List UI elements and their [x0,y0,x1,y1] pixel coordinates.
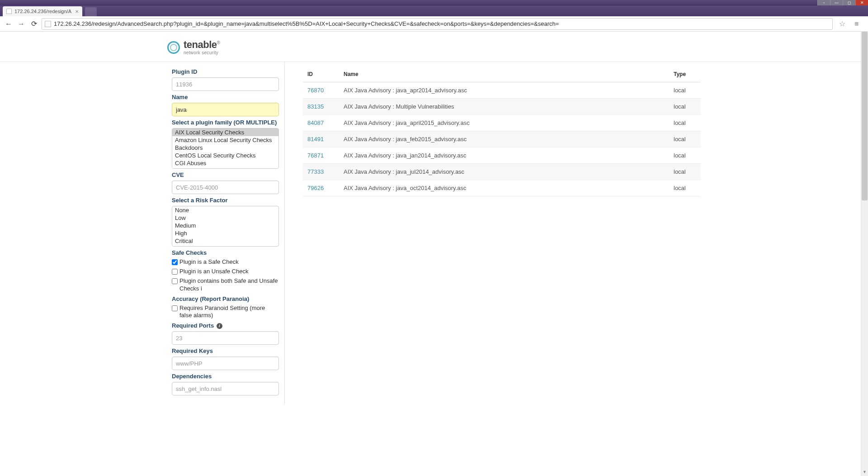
plugin-id-link[interactable]: 76870 [307,87,324,94]
tab-close-icon[interactable]: ✕ [75,9,79,14]
col-header-type[interactable]: Type [669,67,701,82]
browser-tab-active[interactable]: 172.26.24.236/redesign/A ✕ [3,6,82,16]
tenable-logo[interactable]: tenable® network security [167,40,220,55]
plugin-id-input[interactable] [172,77,279,91]
cell-id: 76871 [303,148,339,164]
cell-name: AIX Java Advisory : java_jul2014_advisor… [339,164,669,180]
plugin-id-link[interactable]: 79626 [307,185,324,191]
table-row[interactable]: 76871AIX Java Advisory : java_jan2014_ad… [303,148,701,164]
risk-option[interactable]: Medium [172,222,278,229]
page-icon [45,21,51,27]
cell-name: AIX Java Advisory : java_jan2014_advisor… [339,148,669,164]
cell-name: AIX Java Advisory : java_feb2015_advisor… [339,131,669,148]
family-option[interactable]: Amazon Linux Local Security Checks [172,136,278,144]
plugin-id-link[interactable]: 83135 [307,103,324,110]
browser-tab-title: 172.26.24.236/redesign/A [14,9,71,14]
results-panel: ID Name Type 76870AIX Java Advisory : ja… [285,62,701,405]
family-option[interactable]: AIX Local Security Checks [172,129,278,136]
info-icon[interactable]: i [201,285,202,292]
table-row[interactable]: 79626AIX Java Advisory : java_oct2014_ad… [303,180,701,196]
window-close-button[interactable]: ✕ [855,0,868,5]
plugin-id-link[interactable]: 81491 [307,136,324,143]
risk-select[interactable]: None Low Medium High Critical [172,206,279,247]
risk-option[interactable]: Low [172,214,278,222]
table-row[interactable]: 84087AIX Java Advisory : java_april2015_… [303,115,701,131]
back-button[interactable]: ← [4,19,14,29]
name-label: Name [172,94,279,100]
accuracy-row-1: Requires Paranoid Setting (more false al… [172,305,279,320]
window-profile-icon[interactable]: ◦ [817,0,830,5]
safecheck-label-1: Plugin is a Safe Check [179,258,239,266]
accuracy-checkbox-1[interactable] [172,305,178,311]
window-maximize-button[interactable]: ◻ [843,0,855,5]
risk-label: Select a Risk Factor [172,197,279,204]
info-icon[interactable]: i [217,323,222,329]
cell-name: AIX Java Advisory : Multiple Vulnerabili… [339,99,669,115]
risk-option[interactable]: None [172,206,278,214]
logo-text: tenable® network security [184,40,220,55]
risk-option[interactable]: High [172,229,278,237]
safecheck-row-1: Plugin is a Safe Check [172,258,279,266]
scroll-thumb[interactable] [862,32,868,200]
ports-input[interactable] [172,331,279,345]
safecheck-row-2: Plugin is an Unsafe Check [172,268,279,276]
cell-id: 84087 [303,115,339,131]
table-row[interactable]: 81491AIX Java Advisory : java_feb2015_ad… [303,131,701,148]
cell-id: 79626 [303,180,339,196]
safecheck-label-2: Plugin is an Unsafe Check [179,268,248,276]
cell-type: local [669,131,701,148]
plugin-id-link[interactable]: 76871 [307,152,324,159]
browser-tab-strip: 172.26.24.236/redesign/A ✕ [0,5,868,16]
keys-label: Required Keys [172,347,279,354]
new-tab-button[interactable] [85,7,97,16]
risk-option[interactable]: Critical [172,237,278,245]
cell-id: 76870 [303,82,339,99]
accuracy-label: Accuracy (Report Paranoia) [172,295,279,302]
table-row[interactable]: 77333AIX Java Advisory : java_jul2014_ad… [303,164,701,180]
forward-button[interactable]: → [16,19,26,29]
cell-id: 81491 [303,131,339,148]
table-row[interactable]: 83135AIX Java Advisory : Multiple Vulner… [303,99,701,115]
address-bar[interactable]: 172.26.24.236/redesign/AdvancedSearch.ph… [42,18,833,30]
col-header-name[interactable]: Name [339,67,669,82]
hamburger-menu-icon[interactable]: ≡ [854,20,862,28]
family-select[interactable]: AIX Local Security Checks Amazon Linux L… [172,128,279,169]
search-form-panel: Plugin ID Name Select a plugin family (O… [167,62,285,405]
page-scrollbar[interactable]: ▲ ▼ [861,32,868,405]
col-header-id[interactable]: ID [303,67,339,82]
plugin-id-label: Plugin ID [172,68,279,75]
name-input[interactable] [172,103,279,116]
safecheck-checkbox-3[interactable] [172,278,178,284]
table-row[interactable]: 76870AIX Java Advisory : java_apr2014_ad… [303,82,701,99]
bookmark-star-icon[interactable]: ☆ [839,19,845,28]
logo-sub-text: network security [184,51,220,55]
plugin-id-link[interactable]: 77333 [307,168,324,175]
browser-toolbar: ← → ⟳ 172.26.24.236/redesign/AdvancedSea… [0,16,868,32]
cve-label: CVE [172,171,279,178]
plugin-id-link[interactable]: 84087 [307,119,324,126]
family-option[interactable]: CGI Abuses [172,159,278,167]
window-minimize-button[interactable]: — [830,0,843,5]
keys-input[interactable] [172,357,279,370]
deps-input[interactable] [172,382,279,395]
cell-type: local [669,148,701,164]
cell-name: AIX Java Advisory : java_oct2014_advisor… [339,180,669,196]
deps-label: Dependencies [172,373,279,380]
family-option[interactable]: Backdoors [172,144,278,152]
page-header: tenable® network security [167,32,701,62]
results-table: ID Name Type 76870AIX Java Advisory : ja… [303,67,701,196]
family-label: Select a plugin family (OR MULTIPLE) [172,119,279,126]
safecheck-checkbox-2[interactable] [172,269,178,275]
cell-name: AIX Java Advisory : java_apr2014_advisor… [339,82,669,99]
accuracy-label-1: Requires Paranoid Setting (more false al… [179,305,279,320]
main-content: Plugin ID Name Select a plugin family (O… [167,62,701,405]
tenable-swirl-icon [167,41,180,54]
reload-button[interactable]: ⟳ [29,19,39,29]
safecheck-checkbox-1[interactable] [172,259,178,265]
cve-input[interactable] [172,181,279,194]
cell-type: local [669,164,701,180]
logo-main-text: tenable® [184,40,220,50]
window-titlebar: ◦ — ◻ ✕ [0,0,868,5]
family-option[interactable]: CGI Abuses : XSS [172,167,278,169]
family-option[interactable]: CentOS Local Security Checks [172,152,278,159]
